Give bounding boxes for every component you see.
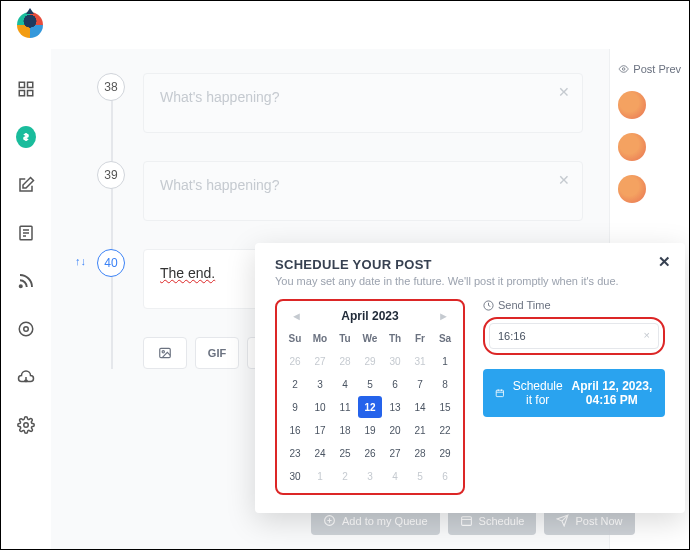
avatar xyxy=(618,91,646,119)
rss-icon[interactable] xyxy=(16,271,36,291)
calendar-weekday: Fr xyxy=(408,327,432,349)
calendar-day[interactable]: 6 xyxy=(433,465,457,487)
calendar-day[interactable]: 4 xyxy=(383,465,407,487)
avatar-stack xyxy=(618,91,681,203)
svg-point-10 xyxy=(19,322,33,336)
calendar-weekday: Tu xyxy=(333,327,357,349)
schedule-confirm-button[interactable]: Schedule it for April 12, 2023, 04:16 PM xyxy=(483,369,665,417)
composer-placeholder: What's happening? xyxy=(160,89,279,105)
calendar-day[interactable]: 4 xyxy=(333,373,357,395)
calendar-prev[interactable]: ◄ xyxy=(283,310,310,322)
calendar-day[interactable]: 26 xyxy=(358,442,382,464)
dialog-title: SCHEDULE YOUR POST xyxy=(275,257,665,272)
cloud-download-icon[interactable] xyxy=(16,367,36,387)
calendar-day[interactable]: 30 xyxy=(383,350,407,372)
post-composer[interactable]: What's happening? ✕ xyxy=(143,73,583,133)
calendar-day[interactable]: 31 xyxy=(408,350,432,372)
reorder-icon[interactable]: ↑↓ xyxy=(75,255,86,267)
calendar-next[interactable]: ► xyxy=(430,310,457,322)
compose-icon[interactable] xyxy=(16,175,36,195)
avatar xyxy=(618,133,646,161)
svg-point-14 xyxy=(162,351,164,353)
calendar-day[interactable]: 27 xyxy=(308,350,332,372)
calendar-icon xyxy=(495,385,505,401)
post-number-badge: 39 xyxy=(97,161,125,189)
calendar-day[interactable]: 5 xyxy=(408,465,432,487)
calendar-day[interactable]: 8 xyxy=(433,373,457,395)
app-logo xyxy=(17,12,43,38)
post-number-badge: 40 xyxy=(97,249,125,277)
svg-point-9 xyxy=(20,285,22,287)
calendar-day[interactable]: 7 xyxy=(408,373,432,395)
calendar-day[interactable]: 29 xyxy=(433,442,457,464)
svg-rect-0 xyxy=(19,82,24,87)
calendar-day[interactable]: 29 xyxy=(358,350,382,372)
calendar-weekday: Mo xyxy=(308,327,332,349)
calendar-day[interactable]: 2 xyxy=(283,373,307,395)
topbar xyxy=(1,1,689,49)
gif-button[interactable]: GIF xyxy=(195,337,239,369)
time-column: Send Time 16:16 × Schedule it for April … xyxy=(483,299,665,495)
calendar-day[interactable]: 22 xyxy=(433,419,457,441)
calendar-day[interactable]: 13 xyxy=(383,396,407,418)
close-icon[interactable]: ✕ xyxy=(558,84,570,100)
calendar-day[interactable]: 2 xyxy=(333,465,357,487)
calendar-day[interactable]: 1 xyxy=(308,465,332,487)
calendar-day[interactable]: 9 xyxy=(283,396,307,418)
time-input[interactable]: 16:16 × xyxy=(489,323,659,349)
calendar-day[interactable]: 15 xyxy=(433,396,457,418)
calendar-day[interactable]: 3 xyxy=(358,465,382,487)
time-input-highlight: 16:16 × xyxy=(483,317,665,355)
avatar xyxy=(618,175,646,203)
close-icon[interactable]: ✕ xyxy=(658,253,671,271)
calendar-weekday: Su xyxy=(283,327,307,349)
calendar-day[interactable]: 17 xyxy=(308,419,332,441)
calendar-day[interactable]: 24 xyxy=(308,442,332,464)
svg-rect-1 xyxy=(28,82,33,87)
calendar-day[interactable]: 11 xyxy=(333,396,357,418)
calendar-day[interactable]: 20 xyxy=(383,419,407,441)
svg-point-12 xyxy=(24,423,29,428)
calendar-day[interactable]: 25 xyxy=(333,442,357,464)
schedule-datetime: April 12, 2023, 04:16 PM xyxy=(571,379,653,407)
calendar-day[interactable]: 27 xyxy=(383,442,407,464)
calendar-day[interactable]: 1 xyxy=(433,350,457,372)
calendar-day[interactable]: 28 xyxy=(333,350,357,372)
dollar-icon[interactable] xyxy=(16,127,36,147)
post-composer[interactable]: What's happening? ✕ xyxy=(143,161,583,221)
queue-icon xyxy=(323,514,336,527)
clear-icon[interactable]: × xyxy=(644,329,650,341)
calendar-weekday: Th xyxy=(383,327,407,349)
svg-rect-2 xyxy=(19,91,24,96)
calendar-day[interactable]: 16 xyxy=(283,419,307,441)
post-number-badge: 38 xyxy=(97,73,125,101)
calendar-day[interactable]: 19 xyxy=(358,419,382,441)
document-icon[interactable] xyxy=(16,223,36,243)
schedule-dialog: ✕ SCHEDULE YOUR POST You may set any dat… xyxy=(255,243,685,513)
settings-icon[interactable] xyxy=(16,415,36,435)
sync-icon[interactable] xyxy=(16,319,36,339)
calendar-day[interactable]: 3 xyxy=(308,373,332,395)
svg-rect-17 xyxy=(496,390,503,396)
calendar-day[interactable]: 5 xyxy=(358,373,382,395)
calendar-icon xyxy=(460,514,473,527)
send-icon xyxy=(556,514,569,527)
calendar-day[interactable]: 28 xyxy=(408,442,432,464)
time-value: 16:16 xyxy=(498,330,526,342)
calendar-day[interactable]: 18 xyxy=(333,419,357,441)
calendar-day[interactable]: 21 xyxy=(408,419,432,441)
dashboard-icon[interactable] xyxy=(16,79,36,99)
close-icon[interactable]: ✕ xyxy=(558,172,570,188)
calendar-grid: SuMoTuWeThFrSa26272829303112345678910111… xyxy=(283,327,457,487)
calendar-day[interactable]: 12 xyxy=(358,396,382,418)
image-button[interactable] xyxy=(143,337,187,369)
calendar-day[interactable]: 23 xyxy=(283,442,307,464)
calendar-day[interactable]: 30 xyxy=(283,465,307,487)
calendar-weekday: We xyxy=(358,327,382,349)
calendar-day[interactable]: 26 xyxy=(283,350,307,372)
post-row: 39 What's happening? ✕ xyxy=(75,161,689,221)
calendar-day[interactable]: 10 xyxy=(308,396,332,418)
calendar-day[interactable]: 14 xyxy=(408,396,432,418)
calendar-day[interactable]: 6 xyxy=(383,373,407,395)
post-text: The end. xyxy=(160,265,215,281)
